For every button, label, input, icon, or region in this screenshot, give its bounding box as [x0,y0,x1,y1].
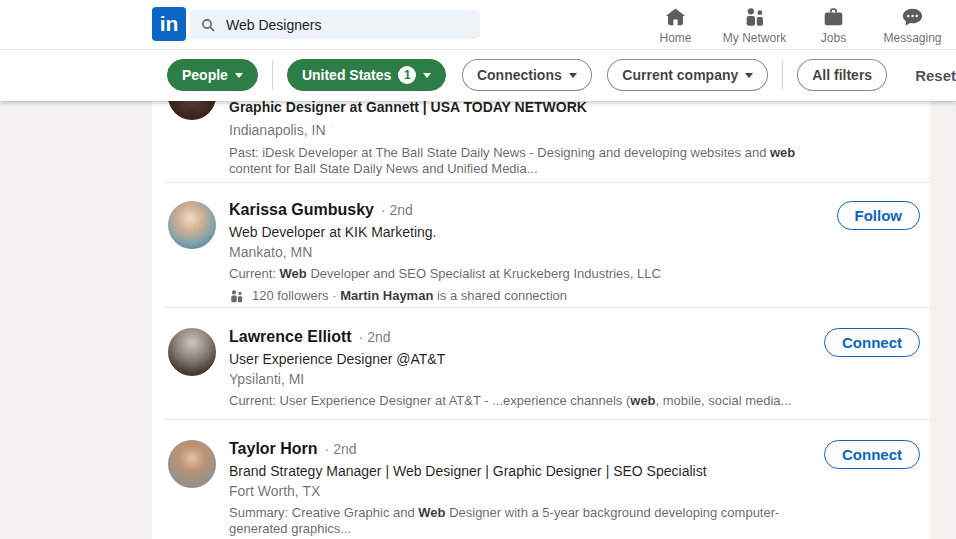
connect-button[interactable]: Connect [824,328,920,357]
filter-connections-label: Connections [477,67,562,83]
profile-location: Mankato, MN [229,242,922,262]
my-network-icon [743,6,766,29]
connection-degree: · 2nd [359,329,391,345]
follow-button[interactable]: Follow [837,201,921,230]
nav-home-label: Home [659,31,691,45]
home-icon [664,6,687,29]
people-icon [229,289,244,304]
nav-my-network[interactable]: My Network [715,0,794,49]
filter-divider [272,60,273,90]
nav-home[interactable]: Home [636,0,715,49]
profile-location: Fort Worth, TX [229,481,922,501]
filter-current-company-label: Current company [622,67,738,83]
profile-name[interactable]: Taylor Horn [229,440,318,457]
nav-messaging-label: Messaging [883,31,941,45]
profile-location: Indianapolis, IN [229,120,922,140]
chevron-down-icon [569,73,577,78]
filter-count-badge: 1 [398,66,416,84]
nav-items: Home My Network Jobs Messaging [636,0,952,49]
search-results-card: Graphic Designer at Gannett | USA TODAY … [152,49,930,539]
avatar[interactable] [168,201,216,249]
profile-snippet: Summary: Creative Graphic and Web Design… [229,505,829,537]
profile-snippet: Current: Web Developer and SEO Specialis… [229,266,829,282]
profile-headline: User Experience Designer @AT&T [229,349,922,369]
profile-location: Ypsilanti, MI [229,369,922,389]
filter-connections[interactable]: Connections [462,59,592,91]
all-filters-button[interactable]: All filters [797,59,887,91]
chevron-down-icon [423,73,431,78]
profile-name[interactable]: Karissa Gumbusky [229,201,374,218]
connect-button[interactable]: Connect [824,440,920,469]
profile-name[interactable]: Lawrence Elliott [229,328,352,345]
connection-degree: · 2nd [381,202,413,218]
nav-jobs[interactable]: Jobs [794,0,873,49]
all-filters-label: All filters [812,67,872,83]
search-result-row: Taylor Horn· 2nd Brand Strategy Manager … [152,420,930,539]
filter-divider [782,60,783,90]
connection-degree: · 2nd [325,441,357,457]
nav-jobs-label: Jobs [821,31,846,45]
filter-people-label: People [182,67,228,83]
chevron-down-icon [235,73,243,78]
chevron-down-icon [745,73,753,78]
search-filter-bar: People United States 1 Connections Curre… [0,49,956,101]
shared-connection-line: 120 followers · Martin Hayman is a share… [229,286,922,306]
linkedin-logo[interactable]: in [152,7,186,41]
profile-headline: Web Developer at KIK Marketing. [229,222,922,242]
profile-headline: Brand Strategy Manager | Web Designer | … [229,461,922,481]
reset-button[interactable]: Reset [915,67,956,84]
search-result-row: Karissa Gumbusky· 2nd Web Developer at K… [152,183,930,308]
messaging-icon [901,6,924,29]
profile-snippet: Past: iDesk Developer at The Ball State … [229,145,829,177]
filter-current-company[interactable]: Current company [607,59,768,91]
avatar[interactable] [168,440,216,488]
search-input[interactable] [224,16,458,34]
jobs-icon [822,6,845,29]
nav-messaging[interactable]: Messaging [873,0,952,49]
search-icon [200,17,216,33]
global-nav: in Home My Network Jobs Messaging [0,0,956,50]
profile-snippet: Current: User Experience Designer at AT&… [229,393,829,409]
nav-my-network-label: My Network [723,31,786,45]
filter-people[interactable]: People [167,59,258,91]
search-result-row: Lawrence Elliott· 2nd User Experience De… [152,308,930,420]
filter-location-label: United States [302,67,391,83]
filter-location[interactable]: United States 1 [287,59,446,91]
search-box[interactable] [190,10,480,39]
linkedin-search-page: Graphic Designer at Gannett | USA TODAY … [0,0,956,539]
avatar[interactable] [168,328,216,376]
